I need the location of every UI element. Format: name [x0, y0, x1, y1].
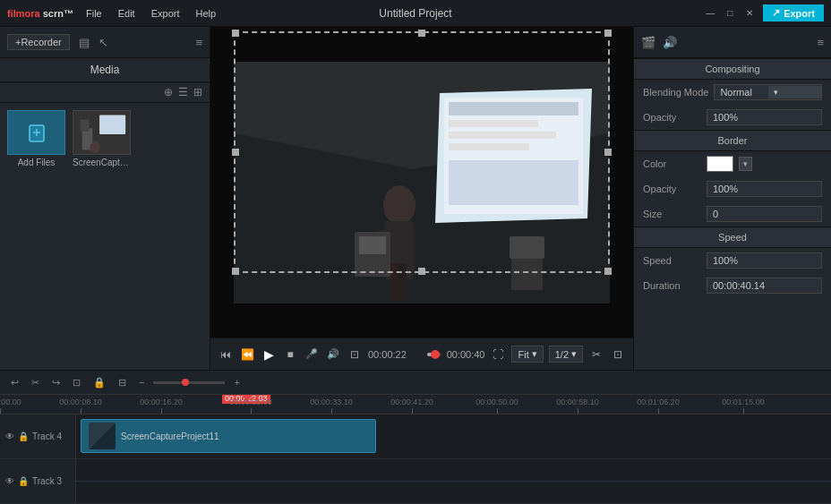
redo-tool[interactable]: ↪: [48, 375, 64, 390]
right-video-icon[interactable]: 🎬: [641, 36, 655, 49]
time-right: 00:00:40: [447, 349, 485, 360]
blending-mode-dropdown[interactable]: Normal ▾: [714, 84, 822, 100]
right-menu-icon[interactable]: ≡: [817, 36, 824, 49]
speaker-button[interactable]: 🔊: [325, 346, 341, 363]
screencapture-item[interactable]: ScreenCapturePr...: [73, 110, 131, 363]
tick-5: [412, 408, 413, 414]
app-logo: filmora scrn™: [7, 8, 73, 19]
snapshot-tl-tool[interactable]: ⊡: [69, 375, 84, 390]
add-files-label: Add Files: [7, 158, 65, 167]
blending-dropdown-arrow: ▾: [768, 86, 821, 98]
ruler-7: 00:00:58.10: [556, 397, 599, 406]
zoom-dot: [182, 379, 189, 386]
track-3-row: 👁 🔒 Track 3: [0, 459, 831, 504]
cut-tool[interactable]: ✂: [28, 375, 43, 390]
compositing-opacity-value[interactable]: 100%: [707, 109, 822, 125]
fit-selector[interactable]: Fit ▾: [511, 346, 543, 363]
undo-tool[interactable]: ↩: [7, 375, 22, 390]
ruler-8: 00:01:06.20: [637, 397, 680, 406]
fit-chevron: ▾: [532, 348, 537, 360]
recorder-button[interactable]: +Recorder: [7, 34, 70, 50]
duration-label: Duration: [643, 280, 701, 291]
add-files-item[interactable]: Add Files: [7, 110, 65, 363]
maximize-button[interactable]: □: [724, 7, 736, 20]
ruler-3: 00:00:25.00: [229, 397, 272, 406]
tick-2: [161, 408, 162, 414]
screencapture-label: ScreenCapturePr...: [73, 158, 131, 167]
ruler-2: 00:00:16.20: [140, 397, 183, 406]
svg-rect-22: [398, 263, 407, 301]
play-button[interactable]: ▶: [261, 346, 277, 363]
border-size-value[interactable]: 0: [707, 206, 822, 222]
track-4-label: Track 4: [32, 431, 62, 441]
zoom-slider[interactable]: [153, 381, 225, 384]
right-audio-icon[interactable]: 🔊: [663, 36, 677, 49]
step-to-start-button[interactable]: ⏮: [218, 346, 234, 363]
frame-back-button[interactable]: ⏪: [239, 346, 255, 363]
tracks-area: 👁 🔒 Track 4 ScreenCaptureProject11 👁 🔒 T…: [0, 414, 831, 504]
menu-help[interactable]: Help: [192, 6, 219, 21]
track-4-eye[interactable]: 👁: [5, 431, 14, 441]
tick-8: [658, 408, 659, 414]
export-button[interactable]: ↗ Export: [763, 4, 824, 21]
ratio-selector[interactable]: 1/2 ▾: [549, 346, 583, 363]
ruler-4: 00:00:33.10: [310, 397, 353, 406]
lock-tl-tool[interactable]: 🔒: [90, 375, 109, 390]
track-4-lock[interactable]: 🔒: [18, 431, 29, 441]
border-color-swatch[interactable]: [707, 156, 733, 172]
menu-file[interactable]: File: [82, 6, 106, 21]
left-toolbar: +Recorder ▤ ↖ ≡: [0, 27, 210, 58]
color-dropdown-arrow[interactable]: ▾: [739, 157, 752, 171]
border-opacity-value[interactable]: 100%: [707, 181, 822, 197]
list-view-icon[interactable]: ☰: [178, 86, 188, 98]
speed-row: Speed 100%: [634, 248, 831, 273]
zoom-in-tool[interactable]: +: [230, 375, 243, 389]
cursor-icon[interactable]: ↖: [99, 36, 108, 49]
logo-text: filmora scrn™: [7, 8, 73, 19]
speed-value[interactable]: 100%: [707, 252, 822, 269]
video-area: ⏮ ⏪ ▶ ■ 🎤 🔊 ⊡ 00:00:22 00:00:40 ⛶ Fit ▾ …: [210, 27, 634, 370]
snapshot-button[interactable]: ⊡: [347, 346, 363, 363]
menu-export[interactable]: Export: [148, 6, 184, 21]
compositing-opacity-row: Opacity 100%: [634, 105, 831, 130]
folder-add-icon[interactable]: ⊕: [164, 86, 173, 98]
fullscreen-button[interactable]: ⛶: [490, 346, 506, 363]
svg-rect-7: [81, 119, 90, 132]
track-3-header: 👁 🔒 Track 3: [0, 459, 76, 503]
minimize-button[interactable]: —: [704, 7, 716, 20]
media-icon[interactable]: ▤: [79, 36, 90, 49]
blending-mode-label: Blending Mode: [643, 87, 708, 98]
right-toolbar: 🎬 🔊 ≡: [634, 27, 831, 58]
track-4-clip[interactable]: ScreenCaptureProject11: [81, 419, 376, 453]
svg-rect-16: [449, 143, 529, 150]
zoom-out-tool[interactable]: −: [135, 375, 148, 389]
svg-rect-25: [511, 254, 543, 290]
border-opacity-label: Opacity: [643, 184, 701, 194]
grid-view-icon[interactable]: ⊞: [193, 86, 202, 98]
speed-section-header: Speed: [634, 226, 831, 248]
split-tool[interactable]: ⊟: [115, 375, 130, 390]
clip-thumb: [89, 423, 116, 449]
video-timeline-bar[interactable]: [427, 353, 441, 356]
compositing-opacity-label: Opacity: [643, 112, 701, 123]
svg-rect-17: [449, 160, 578, 205]
track-3-lock[interactable]: 🔒: [18, 476, 29, 486]
stop-button[interactable]: ■: [282, 346, 298, 363]
duration-value[interactable]: 00:00:40.14: [707, 278, 822, 294]
menu-icon[interactable]: ≡: [195, 36, 202, 49]
video-controls: ⏮ ⏪ ▶ ■ 🎤 🔊 ⊡ 00:00:22 00:00:40 ⛶ Fit ▾ …: [210, 337, 633, 370]
title-bar-left: filmora scrn™ File Edit Export Help: [7, 6, 219, 21]
menu-edit[interactable]: Edit: [115, 6, 139, 21]
close-button[interactable]: ✕: [743, 7, 756, 20]
track-4-content: ScreenCaptureProject11: [76, 414, 831, 458]
mic-button[interactable]: 🎤: [304, 346, 320, 363]
ruler-0: 00:00:00.00: [0, 397, 21, 406]
svg-point-6: [90, 141, 100, 154]
track-3-eye[interactable]: 👁: [5, 476, 14, 486]
tick-3: [251, 408, 252, 414]
transform-button[interactable]: ⊡: [610, 346, 626, 363]
track-3-label: Track 3: [32, 476, 62, 486]
crop-button[interactable]: ✂: [588, 346, 604, 363]
speed-label: Speed: [643, 255, 701, 266]
export-icon: ↗: [772, 7, 780, 19]
